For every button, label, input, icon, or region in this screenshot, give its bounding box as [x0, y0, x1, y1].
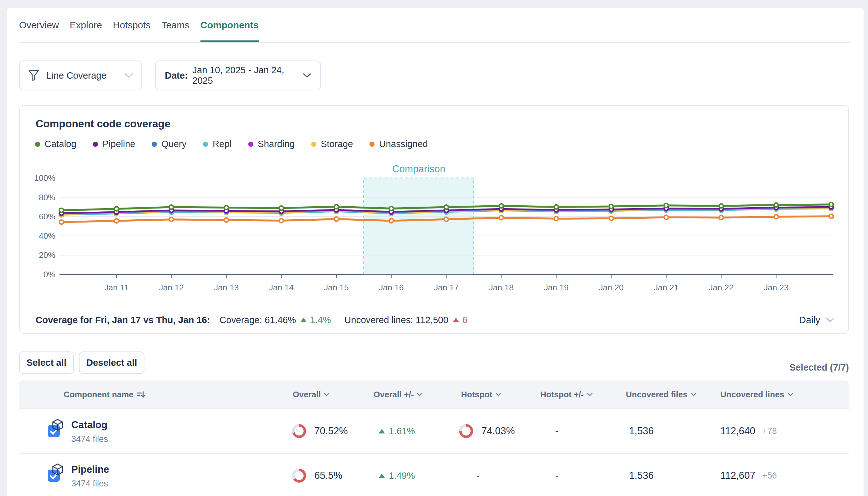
svg-text:Jan 17: Jan 17 — [434, 283, 459, 292]
legend-item-storage[interactable]: Storage — [311, 139, 353, 149]
tab-bar: Overview Explore Hotspots Teams Componen… — [19, 18, 259, 43]
column-header-hotspot[interactable]: Hotspot — [461, 390, 501, 400]
overall-delta-cell: 1.61% — [379, 426, 415, 436]
coverage-type-label: Line Coverage — [46, 71, 118, 81]
uncovered-files-cell: 1,536 — [629, 470, 654, 481]
column-header-uncovered-files[interactable]: Uncovered files — [626, 390, 696, 400]
legend-item-unassigned[interactable]: Unassigned — [369, 139, 428, 149]
funnel-icon — [28, 69, 39, 81]
hotspot-cell: 74.03% — [459, 424, 515, 438]
coverage-ring — [292, 469, 306, 483]
legend-dot-icon — [369, 142, 374, 147]
date-label: Date: — [165, 71, 188, 81]
tab-divider — [19, 42, 850, 43]
table-body: Catalog3474 files70.52%1.61%74.03%-1,536… — [19, 409, 849, 496]
component-cube-icon — [51, 418, 64, 432]
coverage-ring — [459, 424, 473, 438]
hotspot-delta-cell: - — [555, 470, 558, 481]
legend-label: Storage — [321, 139, 353, 149]
svg-text:Jan 21: Jan 21 — [654, 283, 679, 292]
coverage-type-filter[interactable]: Line Coverage — [19, 61, 142, 90]
uncovered-lines-cell: 112,607+56 — [720, 470, 777, 481]
svg-text:Jan 20: Jan 20 — [599, 283, 624, 292]
chart-area: 0%20%40%60%80%100%Jan 11Jan 12Jan 13Jan … — [20, 158, 848, 299]
uncovered-lines-value: 112,640 — [720, 425, 755, 437]
up-triangle-icon — [379, 429, 385, 433]
tab-hotspots[interactable]: Hotspots — [113, 18, 150, 43]
component-name-line: Pipeline — [51, 463, 109, 476]
component-name-cell[interactable]: Catalog3474 files — [51, 418, 108, 444]
components-table: Component name Overall Overall +/- Hotsp… — [19, 381, 849, 496]
legend-item-sharding[interactable]: Sharding — [248, 139, 295, 149]
component-name-cell[interactable]: Pipeline3474 files — [51, 463, 109, 489]
overall-value: 65.5% — [315, 470, 342, 481]
column-label: Component name — [64, 390, 134, 400]
svg-text:60%: 60% — [39, 212, 55, 221]
column-header-overall[interactable]: Overall — [293, 390, 329, 400]
column-header-component-name[interactable]: Component name — [64, 390, 146, 400]
svg-text:Jan 23: Jan 23 — [763, 283, 788, 292]
legend-item-pipeline[interactable]: Pipeline — [93, 139, 135, 149]
overall-cell: 65.5% — [292, 469, 342, 483]
uncovered-lines-cell: 112,640+78 — [720, 425, 777, 437]
column-label: Hotspot — [461, 390, 492, 400]
svg-text:Jan 18: Jan 18 — [489, 283, 514, 292]
legend-dot-icon — [93, 142, 98, 147]
legend-label: Query — [161, 139, 187, 149]
svg-text:80%: 80% — [39, 192, 55, 202]
overall-delta-value: 1.61% — [389, 426, 415, 436]
legend-dot-icon — [248, 142, 253, 147]
component-file-count: 3474 files — [71, 434, 108, 444]
chevron-down-icon — [303, 73, 311, 78]
legend-item-repl[interactable]: Repl — [203, 139, 231, 149]
uncovered-delta: 6 — [462, 315, 467, 325]
legend-label: Repl — [212, 139, 231, 149]
overall-value: 70.52% — [315, 425, 348, 437]
chevron-down-icon — [587, 393, 593, 396]
legend-dot-icon — [311, 142, 316, 147]
overall-delta-value: 1.49% — [389, 470, 415, 481]
svg-text:Jan 14: Jan 14 — [269, 283, 294, 292]
uncovered-files-cell: 1,536 — [629, 425, 654, 437]
granularity-value: Daily — [799, 314, 820, 325]
deselect-all-button[interactable]: Deselect all — [79, 352, 144, 374]
column-label: Overall — [293, 390, 321, 400]
chart-legend: CatalogPipelineQueryReplShardingStorageU… — [35, 139, 428, 149]
page: Overview Explore Hotspots Teams Componen… — [0, 0, 868, 496]
column-header-hotspot-delta[interactable]: Hotspot +/- — [540, 390, 593, 400]
select-all-button[interactable]: Select all — [19, 352, 74, 374]
comparison-region[interactable] — [364, 178, 474, 275]
tab-overview[interactable]: Overview — [19, 18, 59, 43]
chart-title: Component code coverage — [36, 118, 171, 130]
svg-text:Jan 19: Jan 19 — [544, 283, 568, 292]
granularity-select[interactable]: Daily — [799, 306, 834, 334]
coverage-ring — [292, 424, 306, 438]
date-range-filter[interactable]: Date: Jan 10, 2025 - Jan 24, 2025 — [155, 61, 321, 90]
table-header: Component name Overall Overall +/- Hotsp… — [19, 381, 849, 409]
component-name: Catalog — [71, 419, 108, 431]
column-header-overall-delta[interactable]: Overall +/- — [373, 390, 422, 400]
svg-text:Jan 13: Jan 13 — [214, 283, 239, 292]
uncovered-metric: Uncovered lines: 112,500 — [344, 315, 448, 325]
up-triangle-icon — [300, 318, 307, 322]
hotspot-delta-cell: - — [555, 425, 558, 437]
tab-teams[interactable]: Teams — [161, 18, 189, 43]
tab-components[interactable]: Components — [200, 18, 259, 43]
coverage-metric: Coverage: 61.46% — [220, 315, 296, 325]
chevron-down-icon — [788, 393, 793, 396]
column-header-uncovered-lines[interactable]: Uncovered lines — [720, 390, 793, 400]
chevron-down-icon — [417, 393, 422, 396]
component-name-line: Catalog — [51, 418, 108, 432]
legend-item-catalog[interactable]: Catalog — [35, 139, 76, 149]
up-triangle-icon — [453, 318, 459, 322]
component-file-count: 3474 files — [71, 479, 109, 489]
hotspot-cell: - — [476, 470, 480, 481]
overall-cell: 70.52% — [292, 424, 348, 438]
hotspot-value: 74.03% — [481, 425, 515, 437]
legend-item-query[interactable]: Query — [152, 139, 187, 149]
legend-label: Unassigned — [379, 139, 428, 149]
overall-delta-cell: 1.49% — [379, 470, 415, 481]
sort-icon — [137, 390, 146, 399]
coverage-chart[interactable]: 0%20%40%60%80%100%Jan 11Jan 12Jan 13Jan … — [20, 158, 848, 299]
tab-explore[interactable]: Explore — [70, 18, 102, 43]
